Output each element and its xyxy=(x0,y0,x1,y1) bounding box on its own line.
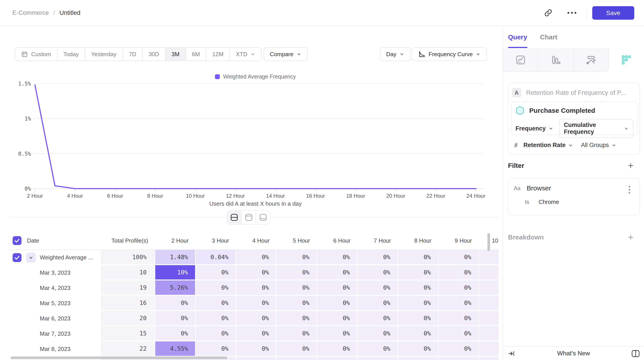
checkbox-checked-icon[interactable] xyxy=(12,236,22,245)
view-split-rows-button[interactable] xyxy=(227,210,241,224)
range-button-12m[interactable]: 12M xyxy=(206,48,230,60)
frequency-curve-chart[interactable]: 0%0.5%1%1.5%2 Hour4 Hour6 Hour8 Hour10 H… xyxy=(0,80,503,214)
value-cell[interactable]: 0% xyxy=(196,326,236,342)
value-cell[interactable]: 0% xyxy=(438,265,479,280)
value-cell[interactable]: 0% xyxy=(277,280,317,296)
value-cell[interactable] xyxy=(479,250,499,265)
value-cell[interactable]: 10% xyxy=(155,265,196,280)
table-row[interactable]: Mar 7, 2023150%0%0%0%0%0%0%0% xyxy=(9,326,499,342)
table-row[interactable]: Mar 6, 2023200%0%0%0%0%0%0%0% xyxy=(9,311,499,326)
add-filter-button[interactable] xyxy=(627,162,634,169)
value-cell[interactable]: 0% xyxy=(277,342,317,357)
range-button-30d[interactable]: 30D xyxy=(142,48,165,60)
range-button-3m[interactable]: 3M xyxy=(165,48,186,60)
column-header[interactable]: 5 Hour xyxy=(277,232,317,250)
value-cell[interactable]: 0% xyxy=(236,326,277,342)
breadcrumb-project[interactable]: E-Commerce xyxy=(12,9,49,16)
value-cell[interactable]: 0% xyxy=(196,280,236,296)
value-cell[interactable]: 0% xyxy=(317,296,358,311)
value-cell[interactable]: 0% xyxy=(358,296,398,311)
collapse-sidebar-button[interactable] xyxy=(505,347,518,360)
table-row[interactable]: Mar 8, 2023224.55%0%0%0%0%0%0%0% xyxy=(9,342,499,357)
checkbox-checked-icon[interactable] xyxy=(12,253,22,262)
layout-panel-button[interactable] xyxy=(629,347,642,360)
value-cell[interactable]: 0% xyxy=(236,342,277,357)
filter-card[interactable]: Aa Browser Is Chrome xyxy=(508,178,640,216)
value-cell[interactable]: 0.04% xyxy=(196,250,236,265)
range-button-today[interactable]: Today xyxy=(57,48,85,60)
value-cell[interactable] xyxy=(479,342,499,357)
value-cell[interactable]: 0% xyxy=(277,326,317,342)
expand-row-button[interactable] xyxy=(26,253,36,262)
value-cell[interactable]: 0% xyxy=(438,250,479,265)
horizontal-scrollbar[interactable] xyxy=(10,356,227,359)
table-row[interactable]: Weighted Average ...100%1.48%0.04%0%0%0%… xyxy=(9,250,499,265)
value-cell[interactable]: 0% xyxy=(438,326,479,342)
value-cell[interactable]: 0% xyxy=(398,342,438,357)
value-cell[interactable]: 0% xyxy=(438,280,479,296)
series-title-input[interactable]: Retention Rate of Frequency of P... xyxy=(526,89,626,96)
table-row[interactable]: Mar 5, 2023160%0%0%0%0%0%0%0% xyxy=(9,296,499,311)
value-cell[interactable]: 0% xyxy=(438,311,479,326)
value-cell[interactable]: 0% xyxy=(438,296,479,311)
value-cell[interactable]: 0% xyxy=(317,326,358,342)
value-cell[interactable]: 0% xyxy=(398,296,438,311)
value-cell[interactable] xyxy=(479,280,499,296)
column-header[interactable]: 3 Hour xyxy=(196,232,236,250)
value-cell[interactable]: 0% xyxy=(196,342,236,357)
value-cell[interactable]: 0% xyxy=(358,342,398,357)
filter-menu-button[interactable] xyxy=(624,185,634,194)
column-header[interactable]: 7 Hour xyxy=(358,232,398,250)
value-cell[interactable]: 0% xyxy=(196,265,236,280)
value-cell[interactable]: 0% xyxy=(438,342,479,357)
value-cell[interactable]: 0% xyxy=(277,265,317,280)
compare-button[interactable]: Compare xyxy=(264,47,308,61)
chart-type-insights[interactable] xyxy=(503,48,538,72)
value-cell[interactable]: 0% xyxy=(358,280,398,296)
metric-dropdown[interactable]: Retention Rate xyxy=(524,142,573,148)
range-button-6m[interactable]: 6M xyxy=(186,48,206,60)
copy-link-button[interactable] xyxy=(542,6,555,20)
value-cell[interactable]: 0% xyxy=(398,250,438,265)
value-cell[interactable]: 4.55% xyxy=(155,342,196,357)
column-header[interactable]: 6 Hour xyxy=(317,232,358,250)
chart-type-retention[interactable] xyxy=(609,48,644,72)
value-cell[interactable]: 0% xyxy=(277,250,317,265)
value-cell[interactable] xyxy=(479,296,499,311)
tab-query[interactable]: Query xyxy=(508,34,527,41)
value-cell[interactable] xyxy=(479,265,499,280)
chart-type-flow[interactable] xyxy=(574,48,609,72)
value-cell[interactable]: 0% xyxy=(358,265,398,280)
whats-new-link[interactable]: What's New xyxy=(503,350,644,357)
granularity-button[interactable]: Day xyxy=(380,47,410,61)
view-header-panel-button[interactable] xyxy=(241,210,256,224)
event-name[interactable]: Purchase Completed xyxy=(529,107,595,114)
table-row[interactable]: Mar 3, 20231010%0%0%0%0%0%0%0% xyxy=(9,265,499,280)
filter-value[interactable]: Chrome xyxy=(538,198,559,206)
save-button[interactable]: Save xyxy=(592,6,634,20)
more-options-button[interactable] xyxy=(565,6,578,20)
range-button-xtd[interactable]: XTD xyxy=(229,48,261,60)
value-cell[interactable]: 0% xyxy=(236,265,277,280)
value-cell[interactable] xyxy=(479,326,499,342)
measure-value-dropdown[interactable]: Cumulative Frequency xyxy=(559,119,634,138)
value-cell[interactable]: 0% xyxy=(358,311,398,326)
value-cell[interactable]: 0% xyxy=(317,280,358,296)
chart-mode-button[interactable]: Frequency Curve xyxy=(412,47,487,61)
column-header[interactable]: 9 Hour xyxy=(438,232,479,250)
value-cell[interactable]: 0% xyxy=(155,326,196,342)
value-cell[interactable]: 0% xyxy=(317,311,358,326)
range-button-yesterday[interactable]: Yesterday xyxy=(85,48,122,60)
column-header[interactable]: Total Profile(s) xyxy=(101,232,155,250)
value-cell[interactable]: 0% xyxy=(196,311,236,326)
value-cell[interactable]: 0% xyxy=(398,280,438,296)
table-row[interactable]: Mar 4, 2023195.26%0%0%0%0%0%0%0% xyxy=(9,280,499,296)
filter-operator[interactable]: Is xyxy=(525,198,529,206)
column-header[interactable]: 2 Hour xyxy=(155,232,196,250)
filter-property-name[interactable]: Browser xyxy=(527,184,551,192)
value-cell[interactable]: 0% xyxy=(236,296,277,311)
event-card[interactable]: Purchase Completed Frequency Cumulative … xyxy=(511,102,638,135)
value-cell[interactable]: 1.48% xyxy=(155,250,196,265)
value-cell[interactable]: 0% xyxy=(358,326,398,342)
value-cell[interactable]: 0% xyxy=(358,250,398,265)
